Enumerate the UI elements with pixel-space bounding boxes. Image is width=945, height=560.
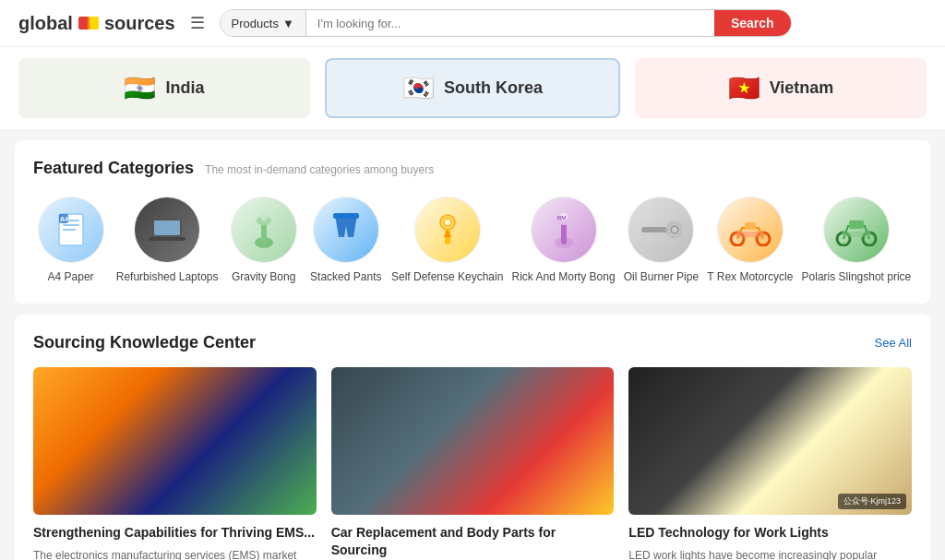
vietnam-label: Vietnam (770, 78, 834, 98)
search-type-label: Products (232, 17, 279, 30)
logo-icon (78, 17, 99, 30)
article-led-image: 公众号·Kjmj123 (628, 367, 912, 515)
trex-icon (728, 213, 772, 246)
category-oil-burner-pipe[interactable]: Oil Burner Pipe (624, 197, 699, 285)
category-pipe-image (628, 197, 694, 263)
category-polaris-image (823, 197, 890, 263)
south-korea-label: South Korea (444, 78, 543, 98)
chevron-down-icon: ▼ (282, 17, 294, 30)
category-laptops-label: Refurbished Laptops (116, 270, 219, 285)
search-type-dropdown[interactable]: Products ▼ (221, 10, 306, 36)
svg-point-25 (671, 226, 678, 233)
keychain-icon (427, 209, 468, 250)
category-keychain-image (414, 197, 481, 263)
category-rick-label: Rick And Morty Bong (512, 270, 616, 285)
category-laptop-image (134, 197, 200, 263)
svg-rect-2 (63, 224, 79, 226)
knowledge-section: Sourcing Knowledge Center See All Streng… (15, 315, 930, 560)
main-content: Featured Categories The most in-demand c… (0, 140, 945, 560)
categories-grid: A4 A4 Paper Refurbished Laptops (33, 197, 912, 285)
category-bong-image (231, 197, 297, 263)
category-polaris-label: Polaris Slingshot price (802, 270, 912, 285)
country-tabs: 🇮🇳 India 🇰🇷 South Korea 🇻🇳 Vietnam (0, 47, 945, 129)
featured-title: Featured Categories (33, 159, 194, 178)
category-rick-image: RM (531, 197, 597, 263)
svg-rect-10 (261, 222, 267, 244)
article-ems-image (33, 367, 317, 515)
featured-subtitle: The most in-demand categories among buye… (205, 163, 434, 176)
search-input[interactable] (306, 10, 714, 36)
svg-point-15 (444, 219, 451, 226)
category-t-rex-motorcycle[interactable]: T Rex Motorcycle (707, 197, 793, 285)
svg-rect-13 (333, 213, 359, 219)
svg-rect-7 (154, 220, 180, 235)
watermark: 公众号·Kjmj123 (838, 494, 906, 509)
category-a4-paper-image: A4 (38, 197, 104, 263)
india-flag-icon: 🇮🇳 (124, 73, 156, 103)
svg-rect-8 (149, 237, 185, 241)
category-stacked-pants[interactable]: Stacked Pants (309, 197, 383, 285)
category-a4-paper[interactable]: A4 A4 Paper (34, 197, 108, 285)
category-pants-image (313, 197, 379, 263)
see-all-link[interactable]: See All (875, 336, 912, 350)
featured-header: Featured Categories The most in-demand c… (33, 159, 912, 178)
pants-icon (328, 208, 365, 252)
rick-bong-icon: RM (544, 208, 583, 252)
category-rick-morty-bong[interactable]: RM Rick And Morty Bong (512, 197, 616, 285)
country-tab-vietnam[interactable]: 🇻🇳 Vietnam (635, 58, 927, 118)
laptop-icon (145, 208, 189, 252)
svg-rect-28 (745, 222, 756, 230)
svg-rect-19 (561, 222, 567, 244)
category-pipe-label: Oil Burner Pipe (624, 270, 699, 285)
search-button[interactable]: Search (714, 10, 791, 36)
bong-icon (245, 208, 283, 252)
svg-rect-33 (842, 232, 871, 237)
knowledge-title: Sourcing Knowledge Center (33, 333, 256, 352)
header: globalsources ☰ Products ▼ Search (0, 0, 945, 47)
category-self-defense-keychain[interactable]: Self Defense Keychain (391, 197, 503, 285)
vietnam-flag-icon: 🇻🇳 (728, 73, 760, 103)
svg-text:A4: A4 (60, 216, 68, 222)
category-polaris-slingshot[interactable]: Polaris Slingshot price (802, 197, 912, 285)
pipe-icon (640, 216, 682, 244)
category-a4-paper-label: A4 Paper (48, 270, 94, 285)
svg-point-24 (667, 222, 682, 237)
article-led-title: LED Technology for Work Lights (628, 524, 912, 542)
article-car[interactable]: Car Replacement and Body Parts for Sourc… (331, 367, 615, 560)
country-tab-south-korea[interactable]: 🇰🇷 South Korea (325, 58, 620, 118)
svg-rect-32 (849, 220, 864, 229)
category-trex-image (717, 197, 784, 263)
svg-point-12 (260, 213, 268, 220)
search-bar: Products ▼ Search (220, 9, 792, 37)
logo[interactable]: globalsources (18, 13, 175, 34)
category-trex-label: T Rex Motorcycle (707, 270, 793, 285)
featured-categories-section: Featured Categories The most in-demand c… (15, 140, 930, 304)
article-ems-desc: The electronics manufacturing services (… (33, 547, 317, 560)
articles-grid: Strengthening Capabilities for Thriving … (33, 367, 912, 560)
article-led[interactable]: 公众号·Kjmj123 LED Technology for Work Ligh… (628, 367, 912, 560)
category-bong-label: Gravity Bong (232, 270, 295, 285)
article-car-title: Car Replacement and Body Parts for Sourc… (331, 524, 615, 560)
category-gravity-bong[interactable]: Gravity Bong (227, 197, 301, 285)
article-led-desc: LED work lights have become increasingly… (628, 547, 912, 560)
svg-rect-23 (641, 227, 669, 232)
knowledge-header: Sourcing Knowledge Center See All (33, 333, 912, 352)
india-label: India (165, 78, 204, 98)
a4-paper-icon: A4 (52, 210, 90, 249)
category-pants-label: Stacked Pants (310, 270, 381, 285)
svg-rect-29 (736, 232, 765, 237)
svg-rect-3 (63, 229, 76, 231)
category-refurbished-laptops[interactable]: Refurbished Laptops (116, 197, 219, 285)
article-ems-title: Strengthening Capabilities for Thriving … (33, 524, 317, 542)
svg-text:RM: RM (557, 215, 566, 220)
logo-sources-text: sources (104, 13, 175, 34)
category-keychain-label: Self Defense Keychain (391, 270, 503, 285)
south-korea-flag-icon: 🇰🇷 (402, 73, 435, 103)
polaris-icon (834, 213, 879, 246)
article-ems[interactable]: Strengthening Capabilities for Thriving … (33, 367, 317, 560)
logo-global-text: global (18, 13, 73, 34)
article-car-image (331, 367, 615, 515)
country-tab-india[interactable]: 🇮🇳 India (18, 58, 310, 118)
menu-icon[interactable]: ☰ (190, 13, 205, 33)
